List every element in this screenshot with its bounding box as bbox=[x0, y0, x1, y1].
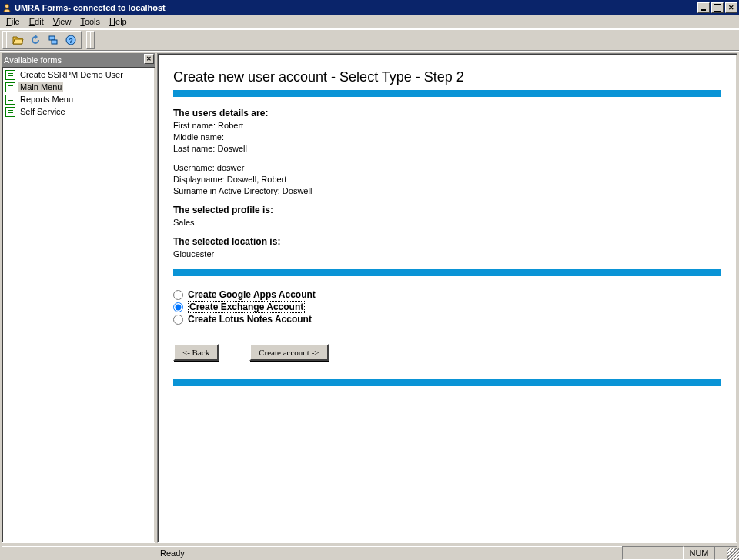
divider-bar bbox=[173, 90, 721, 97]
radio-lotus-notes[interactable]: Create Lotus Notes Account bbox=[173, 313, 721, 325]
page-heading: Create new user account - Select Type - … bbox=[173, 69, 721, 85]
svg-rect-2 bbox=[52, 40, 57, 44]
svg-rect-1 bbox=[49, 36, 55, 40]
toolbar-help-icon[interactable]: ? bbox=[62, 32, 79, 48]
radio-input[interactable] bbox=[173, 290, 183, 300]
divider-bar bbox=[173, 379, 721, 386]
form-icon bbox=[5, 82, 15, 92]
sidebar-item-reports-menu[interactable]: Reports Menu bbox=[4, 93, 153, 105]
form-icon bbox=[5, 95, 15, 105]
minimize-button[interactable] bbox=[697, 2, 710, 13]
main-area: Available forms ✕ Create SSRPM Demo User… bbox=[0, 51, 739, 545]
window-title: UMRA Forms- connected to localhost bbox=[15, 3, 696, 12]
svg-text:?: ? bbox=[69, 37, 73, 45]
radio-google-apps[interactable]: Create Google Apps Account bbox=[173, 288, 721, 301]
content-area: Create new user account - Select Type - … bbox=[157, 53, 737, 543]
displayname-line: Displayname: Doswell, Robert bbox=[173, 174, 721, 185]
radio-input[interactable] bbox=[173, 315, 183, 325]
toolbar-network-icon[interactable] bbox=[44, 32, 62, 48]
surname-ad-line: Surname in Active Directory: Doswell bbox=[173, 185, 721, 197]
menu-tools[interactable]: Tools bbox=[75, 15, 105, 28]
middle-name-line: Middle name: bbox=[173, 132, 721, 143]
username-line: Username: doswer bbox=[173, 162, 721, 174]
location-value: Gloucester bbox=[173, 248, 721, 260]
profile-value: Sales bbox=[173, 217, 721, 228]
sidebar-title: Available forms bbox=[4, 55, 62, 65]
form-icon bbox=[5, 107, 15, 117]
toolbar-refresh-icon[interactable] bbox=[26, 32, 44, 48]
menu-file[interactable]: File bbox=[2, 15, 25, 28]
back-button[interactable]: <- Back bbox=[173, 344, 219, 361]
sidebar-panel: Available forms ✕ Create SSRPM Demo User… bbox=[2, 53, 155, 543]
menu-edit[interactable]: Edit bbox=[25, 15, 48, 28]
status-empty bbox=[622, 546, 684, 560]
sidebar-item-main-menu[interactable]: Main Menu bbox=[4, 81, 153, 93]
status-num: NUM bbox=[684, 546, 714, 560]
menu-bar: File Edit View Tools Help bbox=[0, 15, 739, 29]
profile-heading: The selected profile is: bbox=[173, 205, 721, 215]
user-details-heading: The users details are: bbox=[173, 108, 721, 118]
svg-point-0 bbox=[5, 4, 9, 8]
sidebar-close-icon[interactable]: ✕ bbox=[144, 54, 154, 64]
status-ready: Ready bbox=[2, 546, 622, 560]
toolbar-open-icon[interactable] bbox=[8, 32, 26, 48]
first-name-line: First name: Robert bbox=[173, 120, 721, 132]
sidebar-header: Available forms ✕ bbox=[2, 53, 155, 66]
divider-bar bbox=[173, 269, 721, 276]
maximize-button[interactable] bbox=[711, 2, 724, 13]
create-account-button[interactable]: Create account -> bbox=[249, 344, 328, 361]
app-icon bbox=[2, 2, 12, 13]
status-bar: Ready NUM bbox=[0, 545, 739, 560]
toolbar: ? bbox=[0, 29, 739, 51]
sidebar-item-self-service[interactable]: Self Service bbox=[4, 105, 153, 118]
form-icon bbox=[5, 70, 15, 80]
location-heading: The selected location is: bbox=[173, 236, 721, 247]
sidebar-item-create-ssrpm[interactable]: Create SSRPM Demo User bbox=[4, 68, 153, 81]
title-bar: UMRA Forms- connected to localhost ✕ bbox=[0, 0, 739, 15]
radio-exchange[interactable]: Create Exchange Account bbox=[173, 301, 721, 313]
radio-input[interactable] bbox=[173, 302, 183, 312]
menu-help[interactable]: Help bbox=[105, 15, 132, 28]
menu-view[interactable]: View bbox=[48, 15, 76, 28]
resize-grip-icon[interactable] bbox=[727, 548, 739, 560]
close-button[interactable]: ✕ bbox=[725, 2, 737, 13]
last-name-line: Last name: Doswell bbox=[173, 143, 721, 155]
sidebar-body: Create SSRPM Demo User Main Menu Reports… bbox=[2, 66, 155, 543]
